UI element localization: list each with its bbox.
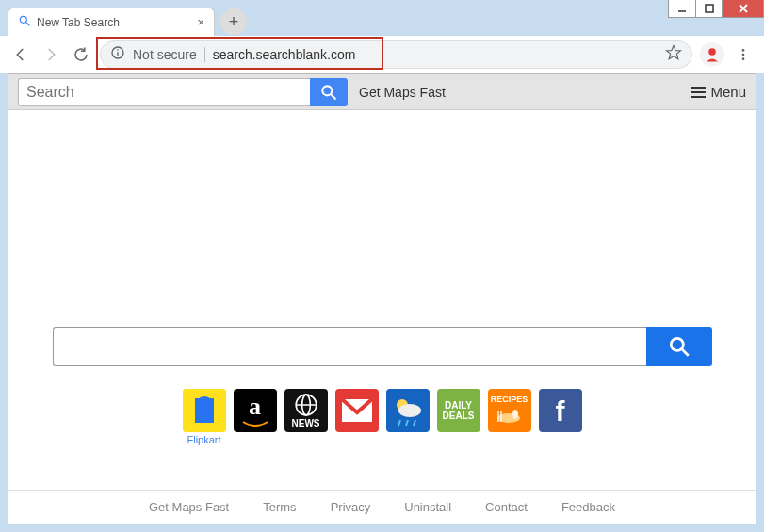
tab-title: New Tab Search <box>37 16 120 29</box>
tile-label: Flipkart <box>187 434 220 445</box>
tile-amazon[interactable]: a <box>234 389 277 432</box>
address-bar[interactable]: Not secure search.searchblank.com <box>100 40 692 69</box>
footer: Get Maps Fast Terms Privacy Uninstall Co… <box>8 490 756 524</box>
search-icon <box>18 14 31 30</box>
flipkart-icon <box>183 389 226 432</box>
top-search <box>18 78 348 106</box>
amazon-icon: a <box>234 389 277 432</box>
close-tab-icon[interactable]: × <box>197 15 204 29</box>
profile-button[interactable] <box>700 42 724 67</box>
svg-point-29 <box>512 410 518 419</box>
footer-privacy-link[interactable]: Privacy <box>331 500 371 514</box>
svg-point-9 <box>708 48 716 56</box>
get-maps-fast-link[interactable]: Get Maps Fast <box>359 85 446 100</box>
maximize-button[interactable] <box>695 0 722 17</box>
footer-uninstall-link[interactable]: Uninstall <box>404 500 451 514</box>
tile-gmail[interactable] <box>335 389 379 432</box>
weather-icon <box>386 389 430 432</box>
center-area: Flipkart a NEWS <box>8 327 756 445</box>
reload-button[interactable] <box>70 43 92 66</box>
browser-menu-button[interactable] <box>732 43 755 66</box>
window-controls <box>668 0 764 18</box>
svg-rect-18 <box>195 398 214 423</box>
svg-line-16 <box>682 349 689 356</box>
url-text: search.searchblank.com <box>213 47 356 62</box>
gmail-icon <box>335 389 379 432</box>
facebook-icon: f <box>539 389 582 432</box>
footer-terms-link[interactable]: Terms <box>263 500 296 514</box>
main-search <box>53 327 712 366</box>
svg-point-10 <box>742 49 745 52</box>
daily-deals-icon: DAILY DEALS <box>437 389 480 432</box>
footer-maps-link[interactable]: Get Maps Fast <box>149 500 229 514</box>
svg-line-26 <box>406 420 408 426</box>
top-search-input[interactable] <box>18 78 310 106</box>
svg-point-12 <box>742 57 745 60</box>
tile-news[interactable]: NEWS <box>284 389 328 432</box>
tile-facebook[interactable]: f <box>539 389 582 432</box>
footer-contact-link[interactable]: Contact <box>485 500 528 514</box>
browser-toolbar: Not secure search.searchblank.com <box>0 36 764 73</box>
svg-point-11 <box>742 53 745 56</box>
forward-button[interactable] <box>40 43 62 66</box>
news-icon: NEWS <box>284 389 328 432</box>
tab-strip: New Tab Search × + <box>8 8 247 36</box>
info-icon <box>110 45 125 63</box>
tile-flipkart[interactable]: Flipkart <box>183 389 226 445</box>
new-tab-button[interactable]: + <box>220 8 247 35</box>
browser-tab[interactable]: New Tab Search × <box>8 8 215 36</box>
page-content: Get Maps Fast Menu Flipkart a <box>8 73 756 524</box>
tile-recipes[interactable]: RECIPES <box>488 389 531 432</box>
page-menu-button[interactable]: Menu <box>691 84 746 100</box>
svg-point-24 <box>398 404 421 417</box>
svg-line-5 <box>26 23 30 26</box>
top-search-button[interactable] <box>310 78 348 106</box>
svg-rect-1 <box>706 5 713 12</box>
menu-label: Menu <box>710 84 746 100</box>
tile-weather[interactable] <box>386 389 430 432</box>
footer-feedback-link[interactable]: Feedback <box>561 500 615 514</box>
back-button[interactable] <box>9 43 32 66</box>
svg-point-15 <box>671 338 683 350</box>
svg-line-27 <box>414 420 415 426</box>
bookmark-star-icon[interactable] <box>665 44 682 64</box>
minimize-button[interactable] <box>669 0 695 17</box>
close-window-button[interactable] <box>722 0 763 17</box>
svg-point-8 <box>117 49 119 51</box>
page-toolbar: Get Maps Fast Menu <box>8 74 756 110</box>
hamburger-icon <box>691 87 706 98</box>
main-search-button[interactable] <box>646 327 712 366</box>
recipes-icon: RECIPES <box>488 389 531 432</box>
svg-point-4 <box>20 16 26 23</box>
svg-line-25 <box>398 420 400 426</box>
shortcut-row: Flipkart a NEWS <box>183 389 582 445</box>
security-label: Not secure <box>133 47 205 62</box>
main-search-input[interactable] <box>53 327 646 366</box>
tile-daily-deals[interactable]: DAILY DEALS <box>437 389 480 432</box>
svg-line-14 <box>332 94 336 99</box>
svg-point-13 <box>322 86 332 95</box>
